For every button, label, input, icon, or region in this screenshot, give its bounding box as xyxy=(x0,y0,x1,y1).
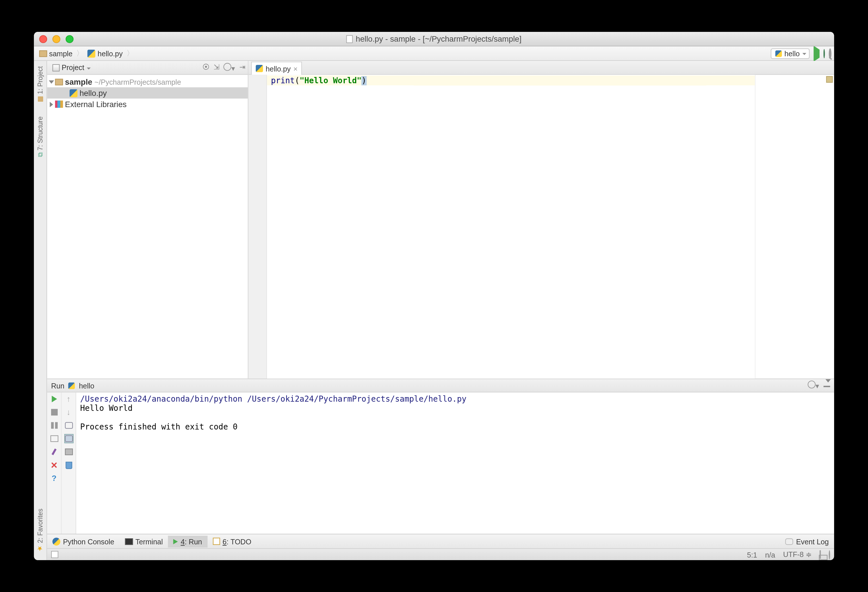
chevron-right-icon: 〉 xyxy=(76,49,84,59)
insert-mode[interactable]: n/a xyxy=(765,551,775,559)
search-everywhere-button[interactable] xyxy=(829,49,831,58)
disclosure-triangle-icon[interactable] xyxy=(49,80,54,84)
window-title: hello.py - sample - [~/PycharmProjects/s… xyxy=(34,34,834,43)
gear-icon xyxy=(808,380,816,388)
run-tool-window: Run hello ▾ ✕ xyxy=(47,379,834,534)
scroll-to-end-button[interactable] xyxy=(64,434,73,443)
python-icon xyxy=(775,50,782,56)
restore-layout-button[interactable] xyxy=(49,434,59,443)
left-tool-strip: ▦ 1: Project ⧉ 7: Structure ★ 2: Favorit… xyxy=(34,61,47,560)
navigation-bar: sample 〉 hello.py 〉 hello xyxy=(34,47,834,61)
close-tab-button[interactable]: ✕ xyxy=(49,461,59,470)
breadcrumb-sample[interactable]: sample xyxy=(37,49,75,58)
project-view-icon xyxy=(53,64,60,71)
tree-file-hello-py[interactable]: hello.py xyxy=(47,87,248,99)
hide-icon xyxy=(824,380,830,387)
project-view-dropdown[interactable]: Project xyxy=(50,63,92,72)
run-settings-button[interactable]: ▾ xyxy=(808,380,819,390)
titlebar: hello.py - sample - [~/PycharmProjects/s… xyxy=(34,32,834,47)
run-tab[interactable]: 4: Run xyxy=(168,536,208,547)
rerun-button[interactable] xyxy=(49,394,59,404)
inspection-profile[interactable] xyxy=(829,551,830,559)
breadcrumb-label: hello.py xyxy=(97,49,123,58)
todo-icon xyxy=(213,538,220,545)
project-tree[interactable]: sample ~/PycharmProjects/sample hello.py… xyxy=(47,75,248,379)
terminal-icon xyxy=(125,538,133,545)
todo-tab[interactable]: 6: TODO xyxy=(207,536,257,547)
breadcrumb-label: sample xyxy=(49,49,72,58)
editor-gutter[interactable] xyxy=(249,75,267,379)
inspection-marker-icon[interactable] xyxy=(826,76,833,83)
stop-button[interactable] xyxy=(49,408,59,417)
scroll-from-source-button[interactable]: ⦿ xyxy=(202,63,210,72)
up-stack-button[interactable]: ↑ xyxy=(64,394,73,404)
tool-window-toggle-icon[interactable] xyxy=(51,551,58,558)
run-panel-header: Run hello ▾ xyxy=(47,379,834,393)
file-encoding[interactable]: UTF-8 ≑ xyxy=(783,551,812,559)
event-log-tab[interactable]: Event Log xyxy=(780,536,834,547)
python-console-icon xyxy=(53,537,61,545)
python-file-icon xyxy=(88,49,96,58)
tree-label: hello.py xyxy=(80,89,107,97)
bug-icon xyxy=(824,49,825,58)
zoom-window-icon[interactable] xyxy=(66,35,74,43)
status-bar: 5:1 n/a UTF-8 ≑ xyxy=(47,548,834,560)
structure-tool-tab[interactable]: ⧉ 7: Structure xyxy=(35,111,46,162)
lock-icon xyxy=(819,550,821,558)
hide-button[interactable]: ⇥ xyxy=(239,63,245,72)
breadcrumb-hello-py[interactable]: hello.py xyxy=(85,49,125,58)
play-icon xyxy=(814,45,820,61)
tab-label: hello.py xyxy=(266,65,291,72)
editor-error-stripe[interactable] xyxy=(755,75,834,379)
soft-wrap-button[interactable] xyxy=(64,421,73,430)
run-console-output[interactable]: /Users/oki2a24/anaconda/bin/python /User… xyxy=(76,393,834,534)
disclosure-triangle-icon[interactable] xyxy=(50,102,53,107)
run-configuration-dropdown[interactable]: hello xyxy=(771,48,809,59)
editor-tabs: hello.py × xyxy=(249,61,834,75)
minimize-window-icon[interactable] xyxy=(53,35,61,43)
python-console-tab[interactable]: Python Console xyxy=(47,536,120,547)
debug-button[interactable] xyxy=(824,49,825,58)
document-icon xyxy=(347,35,353,43)
hector-icon xyxy=(829,550,830,559)
collapse-all-button[interactable]: ⇲ xyxy=(214,63,220,72)
gear-icon xyxy=(223,63,231,71)
clear-all-button[interactable] xyxy=(64,461,73,470)
bottom-tool-tabs: Python Console Terminal 4: Run 6: TODO E… xyxy=(47,534,834,548)
run-button[interactable] xyxy=(814,49,820,58)
tree-project-root[interactable]: sample ~/PycharmProjects/sample xyxy=(47,76,248,87)
hide-run-button[interactable] xyxy=(824,380,830,390)
traffic-lights xyxy=(34,35,74,43)
pin-tab-button[interactable] xyxy=(49,447,59,456)
ide-window: hello.py - sample - [~/PycharmProjects/s… xyxy=(34,32,834,560)
event-log-icon xyxy=(785,538,794,545)
run-config-name: hello xyxy=(79,382,94,390)
favorites-tool-tab[interactable]: ★ 2: Favorites xyxy=(35,503,45,558)
project-panel-header: Project ⦿ ⇲ ▾ ⇥ xyxy=(47,61,248,75)
readonly-toggle[interactable] xyxy=(819,551,821,559)
python-file-icon xyxy=(69,89,78,97)
close-tab-icon[interactable]: × xyxy=(293,65,298,72)
play-icon xyxy=(173,539,178,544)
settings-button[interactable]: ▾ xyxy=(223,63,235,72)
down-stack-button[interactable]: ↓ xyxy=(64,408,73,417)
terminal-tab[interactable]: Terminal xyxy=(120,536,168,547)
play-icon xyxy=(52,396,56,402)
python-icon xyxy=(68,382,75,389)
tree-external-libraries[interactable]: External Libraries xyxy=(47,99,248,110)
run-toolbar-primary: ✕ ? xyxy=(47,393,62,534)
main-body: ▦ 1: Project ⧉ 7: Structure ★ 2: Favorit… xyxy=(34,61,834,560)
print-button[interactable] xyxy=(64,447,73,456)
pause-button[interactable] xyxy=(49,421,59,430)
run-toolbar-secondary: ↑ ↓ xyxy=(62,393,76,534)
editor-tab-hello-py[interactable]: hello.py × xyxy=(251,62,302,75)
close-window-icon[interactable] xyxy=(39,35,47,43)
cursor-position[interactable]: 5:1 xyxy=(747,551,757,559)
editor-code-area[interactable]: print("Hello World") xyxy=(267,75,755,379)
run-config-label: hello xyxy=(784,49,800,58)
folder-icon xyxy=(39,50,47,56)
project-view-label: Project xyxy=(62,63,84,71)
library-icon xyxy=(55,100,63,108)
project-tool-tab[interactable]: ▦ 1: Project xyxy=(35,61,45,109)
help-button[interactable]: ? xyxy=(49,474,59,483)
